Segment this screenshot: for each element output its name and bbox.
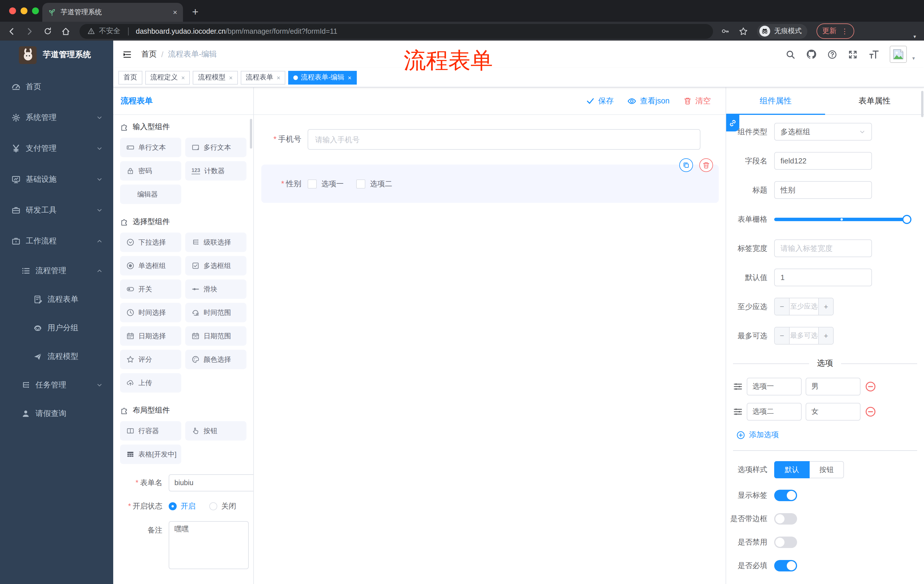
component-color-picker[interactable]: 颜色选择	[185, 350, 246, 369]
component-select[interactable]: 下拉选择	[120, 233, 181, 252]
component-date-picker[interactable]: 日期选择	[120, 326, 181, 346]
decrease-button[interactable]: −	[775, 327, 790, 344]
canvas-field-phone[interactable]: 手机号	[268, 129, 700, 150]
sidebar-collapse-icon[interactable]	[122, 49, 132, 59]
tag-home[interactable]: 首页	[118, 71, 142, 84]
sidebar-item-process-form[interactable]: 流程表单	[0, 285, 113, 314]
component-checkbox-group[interactable]: 多选框组	[185, 256, 246, 275]
increase-button[interactable]: +	[818, 298, 833, 315]
drag-handle-icon[interactable]	[733, 407, 743, 416]
clear-button[interactable]: 清空	[683, 96, 711, 106]
component-multi-text[interactable]: 多行文本	[185, 138, 246, 157]
sidebar-item-payment[interactable]: 支付管理	[0, 133, 113, 164]
tab-component-props[interactable]: 组件属性	[726, 87, 825, 114]
sidebar-item-workflow[interactable]: 工作流程	[0, 226, 113, 257]
sidebar-item-home[interactable]: 首页	[0, 71, 113, 102]
decrease-button[interactable]: −	[775, 298, 790, 315]
delete-widget-button[interactable]	[699, 158, 713, 172]
avatar-caret-icon[interactable]: ▾	[912, 56, 915, 61]
component-editor[interactable]: 编辑器	[120, 184, 181, 204]
remove-option-icon[interactable]	[865, 381, 876, 392]
sidebar-item-process-mgmt[interactable]: 流程管理	[0, 257, 113, 285]
component-cascader[interactable]: 级联选择	[185, 233, 246, 252]
save-button[interactable]: 保存	[586, 96, 614, 106]
inspector-scrollbar[interactable]	[921, 91, 924, 117]
component-date-range[interactable]: 日期范围	[185, 326, 246, 346]
remove-option-icon[interactable]	[865, 406, 876, 417]
component-row-container[interactable]: 行容器	[120, 421, 181, 441]
sidebar-item-user-group[interactable]: 用户分组	[0, 314, 113, 342]
show-label-toggle[interactable]	[774, 490, 797, 501]
search-icon[interactable]	[786, 49, 795, 59]
disabled-toggle[interactable]	[774, 536, 797, 548]
tag-process-definition[interactable]: 流程定义×	[145, 71, 190, 84]
required-toggle[interactable]	[774, 560, 797, 571]
option2-label-input[interactable]	[747, 403, 802, 421]
component-time-picker[interactable]: 时间选择	[120, 303, 181, 322]
minimize-window-button[interactable]	[21, 7, 28, 14]
tag-close-icon[interactable]: ×	[229, 74, 233, 81]
tab-form-props[interactable]: 表单属性	[825, 87, 924, 114]
canvas-field-gender-selected[interactable]: 性别 选项一 选项二	[261, 165, 719, 203]
component-table[interactable]: 表格[开发中]	[120, 444, 181, 464]
style-default-button[interactable]: 默认	[774, 461, 810, 478]
status-off-radio[interactable]: 关闭	[209, 501, 236, 512]
new-tab-button[interactable]: +	[192, 6, 198, 18]
tag-process-form-edit[interactable]: 流程表单-编辑×	[289, 71, 357, 84]
help-icon[interactable]	[828, 49, 837, 59]
add-option-button[interactable]: 添加选项	[736, 430, 924, 440]
home-icon[interactable]	[61, 26, 70, 36]
bookmark-star-icon[interactable]	[739, 26, 748, 36]
component-type-select[interactable]: 多选框组	[774, 123, 872, 141]
tag-close-icon[interactable]: ×	[277, 74, 280, 81]
font-size-icon[interactable]	[869, 49, 879, 59]
tag-close-icon[interactable]: ×	[181, 74, 185, 81]
sidebar-item-task-mgmt[interactable]: 任务管理	[0, 371, 113, 400]
style-button-button[interactable]: 按钮	[810, 461, 844, 478]
phone-input[interactable]	[308, 129, 700, 150]
drag-handle-icon[interactable]	[733, 382, 743, 392]
component-button[interactable]: 按钮	[185, 421, 246, 441]
increase-button[interactable]: +	[818, 327, 833, 344]
field-name-input[interactable]	[774, 152, 872, 170]
sidebar-item-infra[interactable]: 基础设施	[0, 164, 113, 195]
view-json-button[interactable]: 查看json	[627, 96, 670, 106]
option1-value-input[interactable]	[806, 378, 861, 395]
component-counter[interactable]: 123计数器	[185, 161, 246, 181]
gender-option1-checkbox[interactable]: 选项一	[308, 179, 344, 189]
sidebar-item-devtools[interactable]: 研发工具	[0, 195, 113, 226]
tab-close-icon[interactable]: ×	[173, 8, 177, 16]
form-grid-slider[interactable]	[774, 210, 907, 228]
sidebar-item-process-model[interactable]: 流程模型	[0, 342, 113, 371]
tag-process-form[interactable]: 流程表单×	[241, 71, 285, 84]
gender-option2-checkbox[interactable]: 选项二	[356, 179, 392, 189]
update-browser-button[interactable]: 更新 ⋮	[817, 23, 854, 39]
label-width-input[interactable]	[774, 239, 872, 257]
form-remark-textarea[interactable]: 嘿嘿	[169, 521, 249, 569]
tag-process-model[interactable]: 流程模型×	[193, 71, 238, 84]
tag-close-icon[interactable]: ×	[348, 74, 351, 81]
field-link-tab[interactable]	[726, 115, 739, 132]
component-slider[interactable]: 滑块	[185, 280, 246, 299]
option1-label-input[interactable]	[747, 378, 802, 395]
slider-handle[interactable]	[902, 215, 911, 224]
zoom-window-button[interactable]	[32, 7, 39, 14]
form-name-input[interactable]	[169, 474, 253, 492]
sidebar-item-system[interactable]: 系统管理	[0, 102, 113, 133]
password-key-icon[interactable]	[721, 27, 729, 35]
stepper-placeholder[interactable]: 至少应选	[790, 298, 818, 315]
fullscreen-icon[interactable]	[848, 49, 858, 59]
github-icon[interactable]	[807, 49, 817, 59]
reload-icon[interactable]	[43, 27, 52, 35]
close-window-button[interactable]	[9, 7, 16, 14]
component-single-text[interactable]: 单行文本	[120, 138, 181, 157]
component-upload[interactable]: 上传	[120, 373, 181, 393]
title-input[interactable]	[774, 181, 872, 199]
palette-scrollbar[interactable]	[250, 119, 252, 148]
sidebar-item-leave-query[interactable]: 请假查询	[0, 400, 113, 428]
forward-icon[interactable]	[25, 26, 34, 36]
status-on-radio[interactable]: 开启	[169, 501, 196, 512]
profile-caret-icon[interactable]: ▾	[913, 34, 916, 39]
browser-menu-icon[interactable]: ⋮	[841, 27, 848, 35]
component-rate[interactable]: 评分	[120, 350, 181, 369]
